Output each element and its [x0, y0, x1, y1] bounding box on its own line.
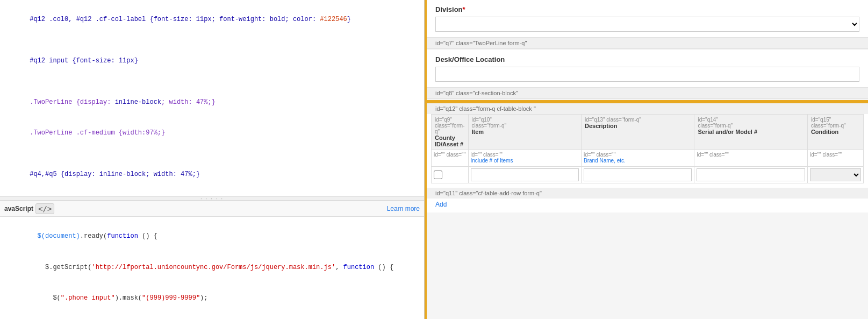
left-panel: #q12 .col0, #q12 .cf-col-label {font-siz… — [0, 0, 425, 319]
js-line-2: $.getScript('http://lfportal.unioncounty… — [6, 252, 418, 283]
table-row-meta: id="" class="" id="" class="" Include # … — [432, 150, 864, 167]
code-line-3: #q12 input {font-size: 11px} — [6, 46, 418, 77]
resize-handle[interactable]: · · · · · — [0, 196, 424, 201]
th-serial-meta1: id="q14" — [698, 117, 804, 123]
condition-select[interactable] — [810, 168, 861, 181]
th-item: id="q10" class="form-q" Item — [468, 115, 581, 150]
th-desc-meta1: id="q13" class="form-q" — [585, 117, 691, 123]
td-condition-input — [807, 167, 863, 183]
code-line-4 — [6, 76, 418, 87]
th-condition-meta2: class="form-q" — [811, 123, 860, 129]
desk-office-section: Desk/Office Location id="q8" class="cf-s… — [427, 50, 868, 99]
td-desc-input — [581, 167, 694, 183]
required-star: * — [463, 5, 465, 13]
desk-office-label: Desk/Office Location — [435, 55, 859, 63]
td-item-input — [468, 167, 581, 183]
code-line-1: #q12 .col0, #q12 .cf-col-label {font-siz… — [6, 4, 418, 36]
td-meta-2: id="" class="" Brand Name, etc. — [581, 150, 694, 167]
js-code-area[interactable]: $(document).ready(function () { $.getScr… — [0, 217, 424, 319]
td-meta-1: id="" class="" Include # of Items — [468, 150, 581, 167]
division-label: Division* — [435, 5, 859, 13]
th-county-label: County — [435, 134, 465, 141]
th-condition-meta1: id="q15" — [811, 117, 860, 123]
division-section: Division* id="q7" class="TwoPerLine form… — [427, 0, 868, 49]
td-meta-4: id="" class="" — [807, 150, 863, 167]
code-line-5: .TwoPerLine {display: inline-block; widt… — [6, 87, 418, 118]
td-checkbox — [432, 167, 469, 183]
learn-more-link[interactable]: Learn more — [387, 205, 420, 212]
desc-placeholder-hint: Brand Name, etc. — [584, 158, 692, 164]
division-meta: id="q7" class="TwoPerLine form-q" — [427, 37, 868, 49]
td-meta-3: id="" class="" — [694, 150, 807, 167]
table-header-row: id="q9" class="form-q" County ID/Asset #… — [432, 115, 864, 150]
th-serial: id="q14" class="form-q" Serial and/or Mo… — [694, 115, 807, 150]
js-line-4: }); — [6, 314, 418, 319]
code-line-2 — [6, 36, 418, 46]
table-meta-row: id="q12" class="form-q cf-table-block " — [427, 103, 868, 114]
division-field-group: Division* — [427, 0, 868, 37]
js-code-icon[interactable]: </> — [35, 203, 54, 214]
item-placeholder-hint: Include # of Items — [471, 158, 579, 164]
th-condition: id="q15" class="form-q" Condition — [807, 115, 863, 150]
desc-input[interactable] — [584, 168, 692, 181]
js-line-1: $(document).ready(function () { — [6, 221, 418, 252]
th-desc-label: Description — [585, 123, 691, 129]
th-condition-label: Condition — [811, 129, 860, 135]
code-line-7 — [6, 149, 418, 159]
row-checkbox[interactable] — [434, 171, 442, 179]
table-container: id="q9" class="form-q" County ID/Asset #… — [427, 114, 868, 188]
cf-table: id="q9" class="form-q" County ID/Asset #… — [431, 114, 864, 183]
th-serial-label: Serial and/or Model # — [698, 129, 804, 135]
th-description: id="q13" class="form-q" Description — [581, 115, 694, 150]
td-serial-input — [694, 167, 807, 183]
th-item-meta1: id="q10" — [472, 117, 578, 123]
add-row-link[interactable]: Add — [427, 199, 868, 212]
division-select[interactable] — [435, 17, 859, 32]
code-line-6: .TwoPerLine .cf-medium {width:97%;} — [6, 118, 418, 149]
td-meta-0: id="" class="" — [432, 150, 469, 167]
th-county-meta2: class="form-q" — [435, 123, 465, 134]
code-line-8: #q4,#q5 {display: inline-block; width: 4… — [6, 159, 418, 190]
desk-office-meta: id="q8" class="cf-section-block" — [427, 87, 868, 99]
th-serial-meta2: class="form-q" — [698, 123, 804, 129]
add-row-meta: id="q11" class="cf-table-add-row form-q" — [427, 188, 868, 199]
serial-input[interactable] — [697, 168, 805, 181]
js-tab-label: avaScript — [4, 205, 33, 212]
js-tabs: avaScript </> — [4, 203, 54, 214]
th-county-meta1: id="q9" — [435, 117, 465, 123]
desk-office-input[interactable] — [435, 67, 859, 82]
js-panel: avaScript </> Learn more $(document).rea… — [0, 201, 424, 319]
right-panel: Division* id="q7" class="TwoPerLine form… — [425, 0, 868, 319]
js-toolbar: avaScript </> Learn more — [0, 201, 424, 217]
css-code-area[interactable]: #q12 .col0, #q12 .cf-col-label {font-siz… — [0, 0, 424, 196]
table-row — [432, 167, 864, 183]
item-input[interactable] — [471, 168, 579, 181]
th-county-sublabel: ID/Asset # — [435, 141, 465, 147]
th-item-meta2: class="form-q" — [472, 123, 578, 129]
desk-office-field-group: Desk/Office Location — [427, 50, 868, 87]
th-county: id="q9" class="form-q" County ID/Asset # — [432, 115, 469, 150]
js-line-3: $(".phone input").mask("(999)999-9999"); — [6, 283, 418, 314]
th-item-label: Item — [472, 129, 578, 135]
